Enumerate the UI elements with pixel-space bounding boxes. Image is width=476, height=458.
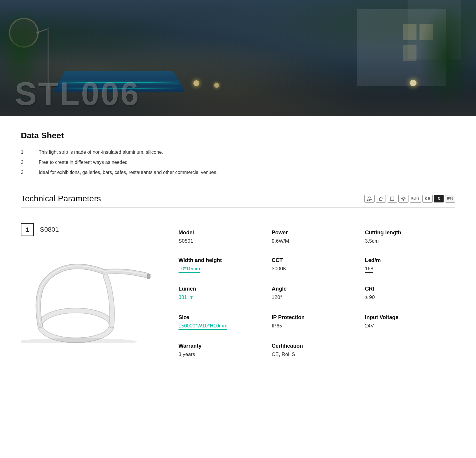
- specs-grid: Model S0801 Power 9.6W/M Cutting length …: [176, 223, 455, 364]
- badge-3: 3: [434, 195, 444, 203]
- spec-cct-value: 3000K: [272, 266, 356, 272]
- list-num: 1: [21, 149, 39, 156]
- svg-point-1: [403, 198, 404, 200]
- spec-width: Width and height 10*10mm: [176, 251, 269, 279]
- spec-width-value: 10*10mm: [178, 266, 200, 273]
- spec-voltage: Input Voltage 24V: [362, 308, 455, 336]
- spec-ledm-value: 168: [365, 266, 373, 273]
- spec-ledm-label: Led/m: [365, 257, 449, 263]
- spec-size-label: Size: [178, 314, 263, 321]
- spec-cert-label: Certification: [272, 343, 356, 349]
- divider: [21, 208, 455, 208]
- spec-cri: CRI ≥ 90: [362, 279, 455, 308]
- spec-cct: CCT 3000K: [269, 251, 362, 279]
- hero-section: STL006: [0, 0, 476, 116]
- spec-angle-value: 120°: [272, 294, 356, 300]
- spec-ledm: Led/m 168: [362, 251, 455, 279]
- spec-size: Size L50000*W10*H10mm: [176, 308, 269, 336]
- list-text: Ideal for exhibitions, galleries, bars, …: [39, 169, 217, 176]
- svg-point-13: [21, 338, 137, 343]
- spec-cutting-value: 3.5cm: [365, 238, 449, 244]
- spec-cct-label: CCT: [272, 257, 356, 263]
- spec-lumen-value: 381 lm: [178, 294, 194, 301]
- spec-cri-value: ≥ 90: [365, 294, 449, 300]
- list-item: 1 This light strip is made of non-insula…: [21, 149, 455, 156]
- hero-title: STL006: [15, 77, 140, 110]
- spec-size-value: L50000*W10*H10mm: [178, 323, 227, 330]
- model-name-label: S0801: [40, 226, 59, 233]
- badge-square: [387, 195, 397, 203]
- svg-line-8: [404, 197, 405, 198]
- svg-line-9: [402, 200, 403, 200]
- window1: [403, 24, 416, 40]
- spec-warranty-label: Warranty: [178, 343, 263, 349]
- spec-warranty-value: 3 years: [178, 352, 263, 357]
- spec-angle-label: Angle: [272, 286, 356, 292]
- badge-sun: [398, 195, 408, 203]
- svg-line-7: [404, 200, 405, 200]
- spec-width-label: Width and height: [178, 257, 263, 263]
- spec-model-value: S0801: [178, 238, 263, 244]
- list-text: This light strip is made of non-insulate…: [39, 149, 163, 156]
- spec-cutting-label: Cutting length: [365, 230, 449, 236]
- spec-voltage-label: Input Voltage: [365, 314, 449, 321]
- spec-cert: Certification CE, RoHS: [269, 336, 362, 364]
- data-sheet-section: Data Sheet 1 This light strip is made of…: [21, 131, 455, 176]
- spec-empty: [362, 336, 455, 364]
- foliage-right: [416, 0, 476, 113]
- spec-cutting: Cutting length 3.5cm: [362, 223, 455, 251]
- spec-angle: Angle 120°: [269, 279, 362, 308]
- svg-line-6: [402, 197, 403, 198]
- badge-home: [376, 195, 386, 203]
- orb1: [193, 80, 199, 86]
- spec-power: Power 9.6W/M: [269, 223, 362, 251]
- spec-ip: IP Protection IP65: [269, 308, 362, 336]
- spec-model-label: Model: [178, 230, 263, 236]
- led-strip-illustration: [21, 248, 152, 343]
- product-image-col: 1 S0801: [21, 223, 164, 364]
- svg-rect-12: [147, 274, 150, 279]
- spec-power-label: Power: [272, 230, 356, 236]
- badge-ce: CE: [422, 195, 433, 203]
- badge-ip65: IP65: [445, 195, 455, 203]
- badge-dc24: DC24V: [364, 195, 375, 203]
- spec-voltage-value: 24V: [365, 323, 449, 329]
- list-text: Free to create in different ways as need…: [39, 159, 128, 166]
- spec-model: Model S0801: [176, 223, 269, 251]
- icon-badges: DC24V: [364, 195, 455, 203]
- spec-cri-label: CRI: [365, 286, 449, 292]
- spec-ip-value: IP65: [272, 323, 356, 329]
- data-sheet-title: Data Sheet: [21, 131, 455, 140]
- product-section: 1 S0801: [21, 223, 455, 364]
- spec-lumen: Lumen 381 lm: [176, 279, 269, 308]
- tech-params-section: Technical Parameters DC24V: [21, 194, 455, 364]
- spec-cert-value: CE, RoHS: [272, 352, 356, 357]
- tech-params-header: Technical Parameters DC24V: [21, 194, 455, 203]
- orb2: [214, 83, 219, 88]
- main-content: Data Sheet 1 This light strip is made of…: [0, 116, 476, 382]
- svg-point-11: [40, 310, 112, 340]
- orb3: [410, 80, 416, 86]
- tech-params-title: Technical Parameters: [21, 194, 101, 203]
- spec-ip-label: IP Protection: [272, 314, 356, 321]
- spec-lumen-label: Lumen: [178, 286, 263, 292]
- model-label-row: 1 S0801: [21, 223, 59, 236]
- list-item: 3 Ideal for exhibitions, galleries, bars…: [21, 169, 455, 176]
- list-num: 2: [21, 159, 39, 166]
- spec-power-value: 9.6W/M: [272, 238, 356, 244]
- svg-rect-0: [390, 197, 394, 200]
- model-number-box: 1: [21, 223, 34, 236]
- list-num: 3: [21, 169, 39, 176]
- window3: [403, 45, 416, 61]
- data-sheet-list: 1 This light strip is made of non-insula…: [21, 149, 455, 176]
- spec-warranty: Warranty 3 years: [176, 336, 269, 364]
- list-item: 2 Free to create in different ways as ne…: [21, 159, 455, 166]
- badge-rohs: RoHS: [410, 195, 421, 203]
